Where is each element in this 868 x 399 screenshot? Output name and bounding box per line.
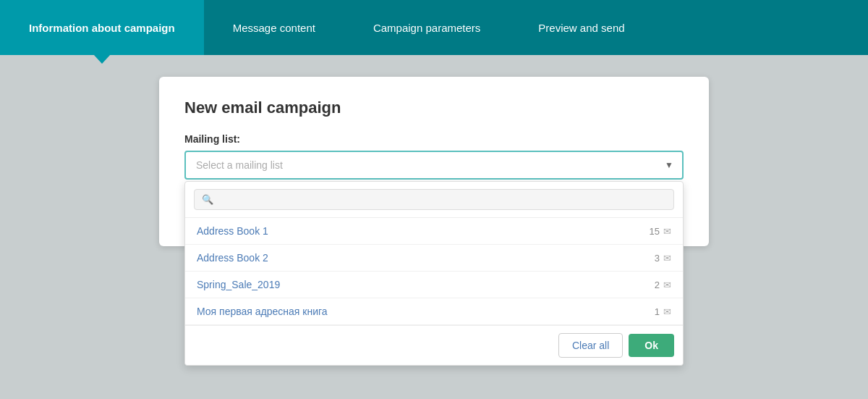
tab-preview[interactable]: Preview and send [509, 0, 653, 55]
list-item[interactable]: Address Book 1 15 ✉ [185, 218, 683, 245]
list-item-name: Address Book 2 [197, 252, 268, 264]
list-item[interactable]: Моя первая адресная книга 1 ✉ [185, 298, 683, 325]
count-value: 2 [655, 280, 660, 290]
ok-button[interactable]: Ok [629, 334, 674, 357]
search-row: 🔍 [185, 182, 683, 218]
tab-message[interactable]: Message content [204, 0, 344, 55]
list-item-count: 1 ✉ [655, 306, 671, 317]
dropdown-footer: Clear all Ok [185, 325, 683, 365]
list-item-name: Spring_Sale_2019 [197, 279, 280, 290]
count-value: 15 [650, 226, 660, 237]
envelope-icon: ✉ [663, 253, 671, 264]
mailing-list-select-wrapper: Select a mailing list ▼ 🔍 Address Book 1… [184, 151, 684, 180]
search-input[interactable] [218, 194, 666, 205]
envelope-icon: ✉ [663, 306, 671, 317]
list-item[interactable]: Address Book 2 3 ✉ [185, 245, 683, 272]
tab-information[interactable]: Information about campaign [0, 0, 204, 55]
list-item-name: Address Book 1 [197, 225, 268, 237]
list-item-name: Моя первая адресная книга [197, 306, 328, 317]
select-placeholder-text: Select a mailing list [196, 159, 283, 171]
nav-spacer [654, 0, 868, 55]
count-value: 1 [655, 306, 660, 317]
clear-all-button[interactable]: Clear all [558, 333, 623, 358]
mailing-list-select[interactable]: Select a mailing list [184, 151, 684, 180]
envelope-icon: ✉ [663, 226, 671, 237]
ok-label: Ok [644, 340, 658, 351]
envelope-icon: ✉ [663, 280, 671, 290]
tab-parameters[interactable]: Campaign parameters [344, 0, 509, 55]
top-navigation: Information about campaign Message conte… [0, 0, 868, 55]
clear-all-label: Clear all [572, 340, 609, 351]
search-icon: 🔍 [202, 194, 213, 205]
count-value: 3 [655, 253, 660, 264]
main-content: New email campaign Mailing list: Select … [0, 55, 868, 399]
list-item[interactable]: Spring_Sale_2019 2 ✉ [185, 272, 683, 298]
tab-message-label: Message content [233, 22, 315, 34]
list-item-count: 15 ✉ [650, 226, 671, 237]
tab-preview-label: Preview and send [538, 22, 624, 34]
card-title: New email campaign [184, 98, 684, 117]
list-item-count: 3 ✉ [655, 253, 671, 264]
list-item-count: 2 ✉ [655, 280, 671, 290]
mailing-list-dropdown: 🔍 Address Book 1 15 ✉ Address Book 2 3 [184, 181, 684, 366]
mailing-list-label: Mailing list: [184, 133, 684, 145]
search-wrapper: 🔍 [194, 189, 674, 210]
tab-parameters-label: Campaign parameters [373, 22, 480, 34]
campaign-card: New email campaign Mailing list: Select … [159, 77, 709, 246]
tab-information-label: Information about campaign [29, 22, 175, 34]
